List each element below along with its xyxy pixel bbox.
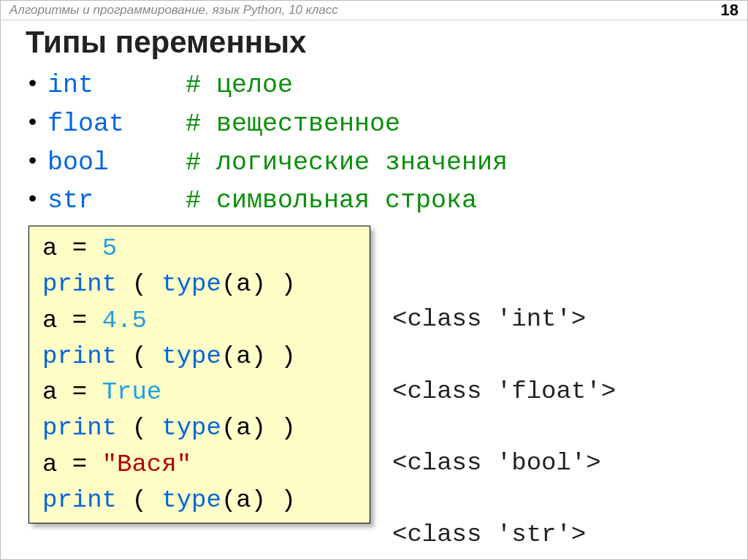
literal-str: "Вася"	[102, 450, 191, 478]
subject-label: Алгоритмы и программирование, язык Pytho…	[9, 3, 338, 18]
var: a	[42, 307, 57, 334]
type-comment: # логические значения	[186, 148, 508, 177]
eq: =	[57, 450, 102, 478]
var: a	[236, 342, 251, 370]
pad	[94, 186, 186, 215]
type-comment: # целое	[186, 71, 293, 100]
paren: (	[117, 342, 161, 370]
code-and-output-row: a = 5 print ( type(a) ) a = 4.5 print ( …	[28, 226, 725, 560]
type-comment: # вещественное	[186, 110, 400, 139]
content-area: •int # целое •float # вещественное •bool…	[1, 66, 747, 560]
var: a	[42, 234, 57, 262]
slide: Алгоритмы и программирование, язык Pytho…	[0, 0, 748, 560]
output-str: <class 'str'>	[392, 521, 586, 548]
eq: =	[57, 307, 102, 334]
type-comment: # символьная строка	[186, 186, 477, 215]
type-list: •int # целое •float # вещественное •bool…	[28, 66, 725, 220]
paren: (	[117, 270, 161, 298]
bullet-icon: •	[28, 66, 47, 99]
paren: )	[281, 414, 296, 442]
type-keyword: bool	[47, 148, 109, 177]
var: a	[236, 270, 251, 298]
fn-type: type	[161, 414, 221, 442]
type-row-bool: •bool # логические значения	[28, 143, 725, 182]
paren: )	[251, 342, 281, 370]
fn-type: type	[161, 270, 221, 298]
literal-float: 4.5	[102, 307, 147, 334]
paren: )	[281, 270, 296, 298]
paren: )	[251, 270, 281, 298]
output-spacer	[392, 338, 616, 374]
code-box: a = 5 print ( type(a) ) a = 4.5 print ( …	[28, 226, 370, 523]
pad	[124, 110, 186, 139]
var: a	[236, 486, 251, 514]
type-row-float: •float # вещественное	[28, 104, 725, 143]
output-float: <class 'float'>	[392, 377, 616, 405]
var: a	[236, 414, 251, 442]
output-int: <class 'int'>	[392, 305, 586, 333]
var: a	[42, 450, 57, 478]
paren: (	[117, 414, 161, 442]
page-number: 18	[721, 1, 739, 20]
header-bar: Алгоритмы и программирование, язык Pytho…	[1, 1, 747, 20]
eq: =	[57, 234, 102, 262]
output-spacer	[392, 266, 616, 302]
fn-type: type	[161, 342, 221, 370]
bullet-icon: •	[28, 143, 47, 177]
paren: (	[221, 270, 236, 298]
paren: )	[281, 486, 296, 514]
paren: )	[281, 342, 296, 370]
fn-print: print	[42, 270, 117, 298]
paren: )	[251, 414, 281, 442]
pad	[109, 148, 186, 177]
output-bool: <class 'bool'>	[392, 449, 601, 477]
bullet-icon: •	[28, 104, 47, 138]
paren: )	[251, 486, 281, 514]
type-keyword: float	[47, 110, 124, 139]
output-spacer	[392, 410, 616, 445]
fn-print: print	[42, 486, 117, 514]
output-column: <class 'int'> <class 'float'> <class 'bo…	[392, 226, 616, 560]
paren: (	[117, 486, 161, 514]
paren: (	[221, 414, 236, 442]
bullet-icon: •	[28, 181, 47, 215]
var: a	[42, 378, 57, 406]
slide-title: Типы переменных	[1, 20, 747, 66]
fn-type: type	[161, 486, 221, 514]
type-keyword: str	[47, 186, 94, 215]
pad	[94, 71, 186, 100]
eq: =	[57, 378, 102, 406]
fn-print: print	[42, 342, 117, 370]
fn-print: print	[42, 414, 117, 442]
paren: (	[221, 486, 236, 514]
literal-bool: True	[102, 378, 162, 406]
output-spacer	[392, 481, 616, 517]
type-keyword: int	[47, 71, 94, 100]
literal-int: 5	[102, 234, 117, 262]
type-row-int: •int # целое	[28, 66, 725, 104]
paren: (	[221, 342, 236, 370]
type-row-str: •str # символьная строка	[28, 181, 725, 220]
